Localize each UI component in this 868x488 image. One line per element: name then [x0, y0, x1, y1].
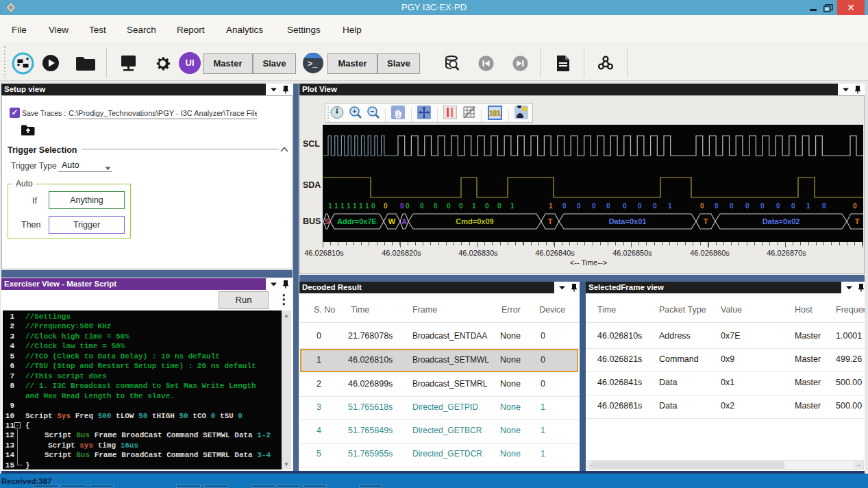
- svg-text:T: T: [704, 217, 708, 225]
- svg-text:0: 0: [434, 202, 438, 210]
- svg-text:101: 101: [489, 110, 501, 117]
- svg-text:1: 1: [334, 202, 338, 210]
- svg-text:0: 0: [745, 202, 749, 210]
- svg-text:1: 1: [353, 202, 357, 210]
- svg-text:0: 0: [822, 202, 826, 210]
- svg-text:+: +: [353, 108, 357, 115]
- svg-text:0: 0: [384, 202, 388, 210]
- svg-text:−: −: [371, 108, 375, 115]
- svg-text:0: 0: [420, 202, 424, 210]
- svg-text:0: 0: [606, 202, 610, 210]
- svg-text:W: W: [388, 217, 396, 225]
- svg-text:1: 1: [510, 202, 514, 210]
- svg-text:T: T: [855, 217, 860, 225]
- svg-text:Data=0x02: Data=0x02: [762, 217, 800, 225]
- svg-text:0: 0: [562, 202, 567, 210]
- svg-text:0: 0: [400, 202, 404, 210]
- svg-text:0: 0: [406, 202, 410, 210]
- svg-text:A: A: [401, 218, 406, 225]
- svg-text:0: 0: [485, 202, 489, 210]
- svg-text:0: 0: [497, 202, 501, 210]
- svg-text:0: 0: [623, 202, 627, 210]
- svg-text:T: T: [548, 217, 553, 225]
- svg-text:1: 1: [472, 202, 476, 210]
- svg-text:0: 0: [638, 202, 642, 210]
- svg-text:S: S: [325, 218, 330, 225]
- svg-text:>_: >_: [308, 60, 318, 69]
- svg-text:0: 0: [592, 202, 596, 210]
- svg-text:0: 0: [700, 202, 704, 210]
- svg-text:1: 1: [340, 202, 345, 210]
- svg-text:1: 1: [806, 202, 810, 210]
- svg-text:0: 0: [447, 202, 451, 210]
- svg-text:0: 0: [730, 202, 734, 210]
- svg-text:0: 0: [760, 202, 765, 210]
- svg-text:1: 1: [549, 202, 553, 210]
- svg-text:1: 1: [359, 202, 363, 210]
- svg-text:0: 0: [791, 202, 795, 210]
- svg-text:0: 0: [577, 202, 581, 210]
- svg-text:1: 1: [328, 202, 332, 210]
- svg-text:Data=0x01: Data=0x01: [609, 217, 647, 225]
- svg-text:Cmd=0x09: Cmd=0x09: [456, 217, 493, 225]
- svg-text:0: 0: [776, 202, 780, 210]
- svg-text:1: 1: [365, 202, 369, 210]
- svg-text:0: 0: [715, 202, 719, 210]
- svg-text:0: 0: [459, 202, 463, 210]
- svg-text:1: 1: [668, 202, 672, 210]
- svg-text:Addr=0x7E: Addr=0x7E: [337, 217, 377, 225]
- svg-text:0: 0: [853, 202, 857, 210]
- svg-text:1: 1: [347, 202, 351, 210]
- svg-text:0: 0: [653, 202, 657, 210]
- svg-text:0: 0: [371, 202, 375, 210]
